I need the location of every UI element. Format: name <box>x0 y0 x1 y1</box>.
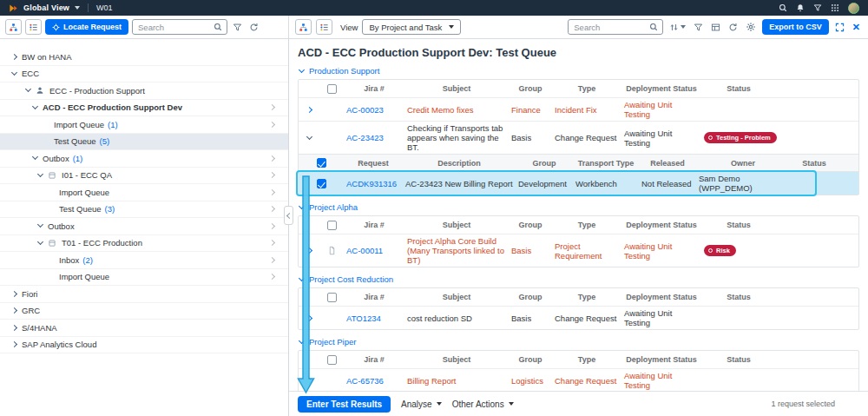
notifications-bell-icon[interactable] <box>796 3 805 12</box>
panel-splitter-handle[interactable] <box>284 206 293 225</box>
settings-gear-icon[interactable] <box>744 22 758 32</box>
expand-row-icon[interactable] <box>306 377 312 383</box>
tree-item-sap-analytics-cloud[interactable]: SAP Analytics Cloud <box>0 337 288 354</box>
expand-icon[interactable] <box>11 341 17 347</box>
select-all-checkbox[interactable] <box>327 293 337 302</box>
section-header-project-alpha[interactable]: Project Alpha <box>299 202 859 212</box>
tree-item-inbox-t01[interactable]: Inbox (2) <box>0 252 288 269</box>
view-select[interactable]: By Project and Task <box>362 19 461 35</box>
jira-link[interactable]: AC-65736 <box>346 376 384 386</box>
refresh-icon[interactable] <box>247 23 260 32</box>
tree-item-outbox-acd[interactable]: Outbox (1) <box>0 150 288 168</box>
chevron-right-icon[interactable] <box>269 223 275 229</box>
export-csv-button[interactable]: Export to CSV <box>762 19 829 35</box>
tree-item-fiori[interactable]: Fiori <box>0 286 288 303</box>
jira-link[interactable]: AC-23423 <box>346 133 384 142</box>
expand-icon[interactable] <box>11 291 17 297</box>
tree-item-i01-ecc-qa[interactable]: I01 - ECC QA <box>0 168 288 185</box>
tree-item-ecc-production-support[interactable]: ECC - Production Support <box>0 83 288 100</box>
jira-row-ac-00023[interactable]: AC-00023 Credit Memo fixes Finance Incid… <box>299 97 858 121</box>
collapse-icon[interactable] <box>37 221 43 228</box>
tree-item-bw-on-hana[interactable]: BW on HANA <box>0 49 288 66</box>
chevron-down-icon[interactable] <box>75 6 80 10</box>
list-view-toggle-button[interactable] <box>25 19 42 35</box>
expand-row-icon[interactable] <box>306 314 312 320</box>
close-icon[interactable]: ✕ <box>851 23 862 32</box>
section-header-production-support[interactable]: Production Support <box>299 66 859 76</box>
collapse-icon[interactable] <box>37 239 43 245</box>
jira-link[interactable]: ATO1234 <box>346 314 381 323</box>
jira-row-ac-65736[interactable]: AC-65736 Billing Report Logistics Change… <box>299 368 858 391</box>
chevron-right-icon[interactable] <box>269 104 275 110</box>
collapse-icon[interactable] <box>11 69 17 76</box>
expand-icon[interactable] <box>11 54 17 60</box>
section-header-project-cost-reduction[interactable]: Project Cost Reduction <box>299 274 859 284</box>
tree-item-grc[interactable]: GRC <box>0 303 288 320</box>
enter-test-results-button[interactable]: Enter Test Results <box>298 396 391 413</box>
hierarchy-view-toggle-button[interactable] <box>5 19 22 35</box>
tree-item-import-queue-t01[interactable]: Import Queue <box>0 269 288 287</box>
chevron-right-icon[interactable] <box>269 240 275 246</box>
transport-select-all-checkbox[interactable] <box>317 158 326 168</box>
select-all-checkbox[interactable] <box>327 84 337 94</box>
tree-search-input[interactable] <box>133 21 213 33</box>
transport-row-acdk931316[interactable]: ACDK931316 AC-23423 New Billing Report D… <box>299 171 858 195</box>
tree-item-test-queue-i01[interactable]: Test Queue (3) <box>0 201 288 219</box>
collapse-icon[interactable] <box>299 274 305 281</box>
chevron-right-icon[interactable] <box>269 155 275 162</box>
collapse-icon[interactable] <box>25 86 31 92</box>
chevron-right-icon[interactable] <box>269 122 275 128</box>
collapse-row-icon[interactable] <box>306 133 312 139</box>
tree-item-t01-ecc-production[interactable]: T01 - ECC Production <box>0 235 288 253</box>
search-icon[interactable] <box>213 23 227 31</box>
other-actions-button[interactable]: Other Actions <box>452 399 514 409</box>
refresh-icon[interactable] <box>727 23 740 32</box>
filter-icon[interactable] <box>231 23 244 32</box>
list-view-toggle-button[interactable] <box>316 19 332 35</box>
jira-row-ato1234[interactable]: ATO1234 cost reduction SD Basis Change R… <box>299 306 858 329</box>
transport-request-link[interactable]: ACDK931316 <box>346 179 397 188</box>
collapse-icon[interactable] <box>32 103 38 109</box>
collapse-icon[interactable] <box>299 202 305 208</box>
tree-item-import-queue-i01[interactable]: Import Queue <box>0 184 288 201</box>
jira-link[interactable]: AC-00023 <box>346 105 384 115</box>
collapse-icon[interactable] <box>32 154 38 160</box>
jira-row-ac-23423[interactable]: AC-23423 Checking if Transports tab appe… <box>299 121 858 154</box>
search-icon[interactable] <box>779 3 787 12</box>
collapse-icon[interactable] <box>299 337 305 343</box>
tree-item-acd-ecc-production-support-dev[interactable]: ACD - ECC Production Support Dev <box>0 100 288 117</box>
user-avatar[interactable] <box>848 3 859 14</box>
select-all-checkbox[interactable] <box>327 221 337 230</box>
hierarchy-view-toggle-button[interactable] <box>295 19 312 35</box>
jira-link[interactable]: AC-00011 <box>346 246 383 255</box>
tree-item-ecc[interactable]: ECC <box>0 66 288 83</box>
chevron-right-icon[interactable] <box>269 257 275 263</box>
section-header-project-piper[interactable]: Project Piper <box>299 337 859 347</box>
fullscreen-expand-icon[interactable] <box>833 23 846 32</box>
expand-icon[interactable] <box>11 307 17 314</box>
queue-search-input[interactable] <box>569 21 648 33</box>
expand-icon[interactable] <box>11 325 17 331</box>
global-view-menu[interactable]: Global View <box>23 3 69 12</box>
filter-icon[interactable] <box>813 3 822 12</box>
table-layout-icon[interactable] <box>709 23 722 32</box>
chevron-right-icon[interactable] <box>269 189 275 195</box>
collapse-icon[interactable] <box>37 171 43 177</box>
tree-item-outbox-i01[interactable]: Outbox <box>0 218 288 235</box>
chevron-right-icon[interactable] <box>269 206 275 212</box>
apps-grid-icon[interactable] <box>831 3 839 12</box>
tree-item-test-queue-acd[interactable]: Test Queue (5) <box>0 134 288 151</box>
search-icon[interactable] <box>648 23 662 31</box>
tree-item-import-queue-acd[interactable]: Import Queue (1) <box>0 116 288 134</box>
locate-request-button[interactable]: Locate Request <box>45 19 128 35</box>
sort-icon[interactable] <box>667 23 687 32</box>
expand-row-icon[interactable] <box>306 248 312 254</box>
analyse-button[interactable]: Analyse <box>401 399 442 409</box>
tree-item-s4hana[interactable]: S/4HANA <box>0 320 288 337</box>
expand-row-icon[interactable] <box>306 106 312 112</box>
chevron-right-icon[interactable] <box>269 274 275 280</box>
select-all-checkbox[interactable] <box>327 355 337 365</box>
collapse-icon[interactable] <box>299 66 305 72</box>
filter-icon[interactable] <box>692 23 705 32</box>
chevron-right-icon[interactable] <box>269 172 275 178</box>
